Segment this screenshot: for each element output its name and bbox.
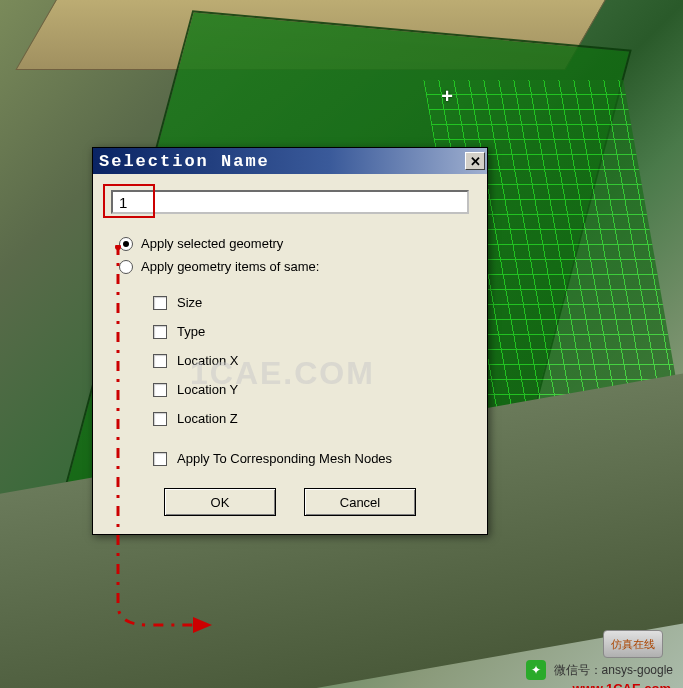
wechat-icon: ✦ bbox=[526, 660, 546, 680]
radio-apply-selected[interactable] bbox=[119, 237, 133, 251]
checkbox-label: Size bbox=[177, 295, 202, 310]
close-button[interactable]: ✕ bbox=[465, 152, 485, 170]
footer-brand: ✦ 微信号：ansys-google bbox=[526, 660, 673, 680]
radio-label: Apply geometry items of same: bbox=[141, 259, 319, 274]
selection-name-input[interactable] bbox=[111, 190, 469, 214]
checkbox-location-z[interactable] bbox=[153, 412, 167, 426]
checkbox-row-type[interactable]: Type bbox=[153, 317, 469, 346]
checkbox-label: Type bbox=[177, 324, 205, 339]
footer-badge: 仿真在线 bbox=[603, 630, 663, 658]
checkbox-row-location-z[interactable]: Location Z bbox=[153, 404, 469, 433]
dialog-titlebar[interactable]: Selection Name ✕ bbox=[93, 148, 487, 174]
checkbox-label: Location X bbox=[177, 353, 238, 368]
checkbox-row-location-y[interactable]: Location Y bbox=[153, 375, 469, 404]
checkbox-location-x[interactable] bbox=[153, 354, 167, 368]
dialog-button-row: OK Cancel bbox=[111, 488, 469, 516]
close-icon: ✕ bbox=[470, 154, 481, 169]
selection-name-dialog: Selection Name ✕ Apply selected geometry… bbox=[92, 147, 488, 535]
dialog-body: Apply selected geometry Apply geometry i… bbox=[93, 174, 487, 534]
checkbox-type[interactable] bbox=[153, 325, 167, 339]
checkbox-label: Location Z bbox=[177, 411, 238, 426]
dialog-title: Selection Name bbox=[99, 152, 270, 171]
same-criteria-group: Size Type Location X Location Y Location… bbox=[153, 288, 469, 433]
crosshair-cursor: + bbox=[441, 85, 453, 108]
checkbox-location-y[interactable] bbox=[153, 383, 167, 397]
radio-apply-same[interactable] bbox=[119, 260, 133, 274]
radio-row-same-items[interactable]: Apply geometry items of same: bbox=[111, 255, 469, 278]
radio-label: Apply selected geometry bbox=[141, 236, 283, 251]
cancel-button[interactable]: Cancel bbox=[304, 488, 416, 516]
radio-row-selected-geometry[interactable]: Apply selected geometry bbox=[111, 232, 469, 255]
checkbox-row-location-x[interactable]: Location X bbox=[153, 346, 469, 375]
footer-wechat-label: 微信号：ansys-google bbox=[554, 662, 673, 679]
checkbox-label: Location Y bbox=[177, 382, 238, 397]
checkbox-mesh-nodes[interactable] bbox=[153, 452, 167, 466]
checkbox-row-mesh-nodes[interactable]: Apply To Corresponding Mesh Nodes bbox=[153, 451, 469, 466]
footer-url: www.1CAE.com bbox=[573, 681, 671, 688]
apply-mode-radio-group: Apply selected geometry Apply geometry i… bbox=[111, 232, 469, 278]
checkbox-label: Apply To Corresponding Mesh Nodes bbox=[177, 451, 392, 466]
checkbox-size[interactable] bbox=[153, 296, 167, 310]
ok-button[interactable]: OK bbox=[164, 488, 276, 516]
checkbox-row-size[interactable]: Size bbox=[153, 288, 469, 317]
name-input-row bbox=[111, 190, 469, 214]
